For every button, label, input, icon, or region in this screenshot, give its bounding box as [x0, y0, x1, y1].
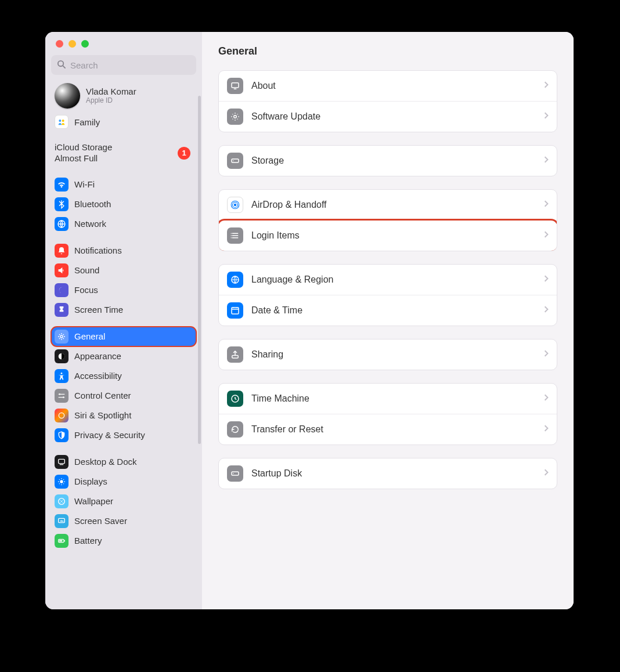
sidebar-item-network[interactable]: Network: [51, 214, 196, 234]
screen-saver-icon: [55, 514, 69, 528]
row-time-machine[interactable]: Time Machine: [219, 384, 557, 414]
sidebar-item-wallpaper[interactable]: Wallpaper: [51, 492, 196, 511]
svg-line-1: [63, 66, 65, 68]
storage-alert-line2: Almost Full: [55, 153, 112, 164]
sidebar-item-wifi[interactable]: Wi-Fi: [51, 175, 196, 194]
family-icon: [55, 115, 69, 129]
sound-icon: [55, 263, 69, 277]
sidebar-item-label: Appearance: [74, 351, 121, 361]
main-panel: General About Software Update Storage: [202, 32, 574, 609]
chevron-right-icon: [544, 274, 549, 285]
svg-rect-32: [232, 356, 239, 359]
sidebar-item-label: Screen Time: [74, 305, 123, 315]
wifi-icon: [55, 178, 69, 192]
storage-icon: [227, 153, 243, 169]
row-label: About: [251, 81, 536, 91]
software-update-icon: [227, 109, 243, 125]
chevron-right-icon: [544, 468, 549, 479]
row-about[interactable]: About: [219, 71, 557, 101]
login-items-icon: [227, 227, 243, 244]
svg-point-21: [234, 115, 237, 118]
row-software-update[interactable]: Software Update: [219, 101, 557, 132]
svg-point-27: [231, 233, 232, 234]
svg-point-28: [231, 235, 232, 236]
row-sharing[interactable]: Sharing: [219, 339, 557, 370]
sidebar: Vlada Komar Apple ID Family iCloud Stora…: [45, 32, 202, 609]
sidebar-item-focus[interactable]: Focus: [51, 280, 196, 300]
sidebar-item-privacy-security[interactable]: Privacy & Security: [51, 425, 196, 445]
sidebar-item-battery[interactable]: Battery: [51, 531, 196, 551]
privacy-icon: [55, 428, 69, 442]
minimize-button[interactable]: [69, 40, 76, 48]
sidebar-item-general[interactable]: General: [51, 327, 196, 346]
airdrop-icon: [227, 197, 243, 213]
row-label: Sharing: [251, 349, 536, 360]
sidebar-item-displays[interactable]: Displays: [51, 472, 196, 492]
date-time-icon: [227, 302, 243, 319]
sidebar-item-notifications[interactable]: Notifications: [51, 241, 196, 261]
language-region-icon: [227, 272, 243, 288]
chevron-right-icon: [544, 81, 549, 91]
row-startup-disk[interactable]: Startup Disk: [219, 458, 557, 489]
displays-icon: [55, 475, 69, 489]
row-label: Transfer or Reset: [251, 424, 536, 435]
sidebar-item-label: Family: [74, 117, 100, 127]
close-button[interactable]: [56, 40, 63, 48]
transfer-reset-icon: [227, 421, 243, 438]
svg-rect-11: [59, 459, 65, 463]
row-date-time[interactable]: Date & Time: [219, 295, 557, 326]
sidebar-item-screen-saver[interactable]: Screen Saver: [51, 511, 196, 531]
row-login-items[interactable]: Login Items: [219, 220, 557, 251]
row-label: Time Machine: [251, 393, 536, 404]
svg-point-23: [233, 160, 234, 161]
time-machine-icon: [227, 391, 243, 407]
settings-group: Storage: [218, 145, 557, 176]
sidebar-item-bluetooth[interactable]: Bluetooth: [51, 194, 196, 214]
row-language-region[interactable]: Language & Region: [219, 265, 557, 295]
sidebar-item-sound[interactable]: Sound: [51, 261, 196, 280]
notifications-icon: [55, 244, 69, 258]
sidebar-item-appearance[interactable]: Appearance: [51, 346, 196, 366]
general-icon: [55, 330, 69, 344]
svg-rect-18: [59, 540, 62, 541]
sidebar-item-apple-id[interactable]: Vlada Komar Apple ID: [51, 80, 196, 112]
chevron-right-icon: [544, 156, 549, 166]
settings-group: Language & Region Date & Time: [218, 264, 557, 326]
page-title: General: [218, 45, 257, 57]
sidebar-item-label: General: [74, 331, 105, 341]
sidebar-scrollbar[interactable]: [198, 96, 201, 444]
search-field[interactable]: [51, 55, 196, 75]
sidebar-item-screen-time[interactable]: Screen Time: [51, 300, 196, 320]
storage-alert-line1: iCloud Storage: [55, 142, 112, 153]
sidebar-item-label: Accessibility: [74, 371, 122, 381]
appearance-icon: [55, 349, 69, 363]
search-input[interactable]: [69, 60, 190, 71]
sidebar-item-label: Network: [74, 219, 106, 229]
row-storage[interactable]: Storage: [219, 146, 557, 176]
accessibility-icon: [55, 369, 69, 383]
row-label: Startup Disk: [251, 468, 536, 479]
chevron-right-icon: [544, 200, 549, 210]
sidebar-item-label: Notifications: [74, 245, 122, 255]
bluetooth-icon: [55, 197, 69, 211]
sidebar-item-siri-spotlight[interactable]: Siri & Spotlight: [51, 406, 196, 425]
row-label: Login Items: [251, 230, 536, 241]
row-airdrop-handoff[interactable]: AirDrop & Handoff: [219, 190, 557, 220]
siri-icon: [55, 409, 69, 422]
zoom-button[interactable]: [81, 40, 89, 48]
network-icon: [55, 217, 69, 231]
settings-group: Startup Disk: [218, 458, 557, 489]
sidebar-item-accessibility[interactable]: Accessibility: [51, 366, 196, 386]
row-label: Date & Time: [251, 305, 536, 316]
alert-badge: 1: [178, 147, 190, 160]
row-transfer-reset[interactable]: Transfer or Reset: [219, 414, 557, 445]
svg-rect-34: [232, 472, 239, 475]
battery-icon: [55, 534, 69, 548]
sidebar-item-control-center[interactable]: Control Center: [51, 386, 196, 406]
sidebar-item-desktop-dock[interactable]: Desktop & Dock: [51, 452, 196, 472]
sidebar-item-family[interactable]: Family: [51, 112, 196, 132]
desktop-dock-icon: [55, 455, 69, 469]
sidebar-item-icloud-storage-alert[interactable]: iCloud Storage Almost Full 1: [51, 139, 196, 168]
svg-point-13: [60, 480, 63, 483]
sidebar-scroll[interactable]: Vlada Komar Apple ID Family iCloud Stora…: [45, 80, 202, 609]
